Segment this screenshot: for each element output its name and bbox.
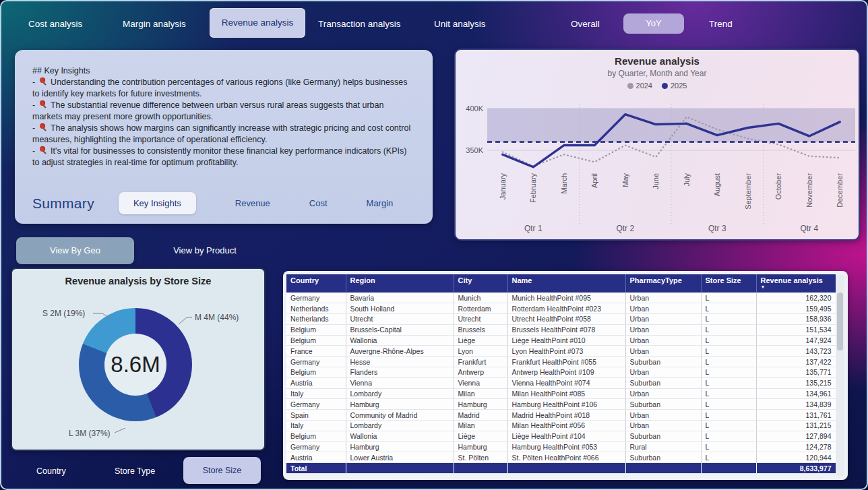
table-row[interactable]: ItalyLombardyMilanMilan HealthPoint #085… [286,388,836,399]
table-row[interactable]: BelgiumWalloniaLiègeLiège HealthPoint #1… [286,431,836,441]
table-row[interactable]: GermanyHesseFrankfurtFrankfurt HealthPoi… [286,357,836,367]
bottom-tab-store-size[interactable]: Store Size [183,457,261,484]
chart-title: Revenue analysis [456,55,859,67]
svg-text:September: September [744,173,752,210]
table-row[interactable]: AustriaViennaViennaVienna HealthPoint #0… [286,377,836,388]
donut-label-m: M 4M (44%) [195,313,239,322]
svg-text:May: May [621,173,629,187]
donut-center-total: 8.6M [111,352,160,377]
donut-label-s: S 2M (19%) [42,309,85,318]
column-header-store-size[interactable]: Store Size [701,274,756,293]
svg-text:Qtr 2: Qtr 2 [616,224,634,233]
sort-descending-icon: ▼ [761,285,832,289]
key-insights-panel: ## Key Insights - Understanding the cont… [15,50,433,224]
table-row[interactable]: AustriaLower AustriaSt. PöltenSt. Pölten… [286,452,836,463]
chart-subtitle: by Quarter, Month and Year [456,69,859,78]
table-row[interactable]: FranceAuvergne-Rhône-AlpesLyonLyon Healt… [286,346,836,357]
svg-text:February: February [529,173,537,204]
chart-legend: 20242025 [456,82,859,90]
view-overall-button[interactable]: Overall [571,19,600,29]
donut-chart-panel: Revenue analysis by Store Size 8.6M S 2M… [11,268,266,451]
svg-text:Qtr 1: Qtr 1 [524,224,542,233]
column-header-region[interactable]: Region [346,274,454,293]
column-header-city[interactable]: City [454,274,507,293]
column-header-pharmacytype[interactable]: PharmacyType [625,274,701,293]
donut-chart[interactable]: 8.6M [79,308,192,421]
svg-text:August: August [713,173,721,196]
summary-tab-margin[interactable]: Margin [367,198,394,208]
svg-text:400K: 400K [466,104,483,113]
donut-title: Revenue analysis by Store Size [12,276,264,286]
column-header-name[interactable]: Name [507,274,625,293]
insights-heading: ## Key Insights [32,66,415,75]
pushpin-icon [39,123,47,131]
table-row[interactable]: GermanyHamburgHamburgHamburg HealthPoint… [286,441,836,452]
summary-tab-revenue[interactable]: Revenue [235,198,270,208]
svg-text:October: October [774,173,782,200]
scrollbar-thumb[interactable] [837,293,843,350]
svg-text:April: April [590,173,598,188]
tab-cost-analysis[interactable]: Cost analysis [28,19,82,29]
legend-dot [627,83,633,89]
table-row[interactable]: BelgiumWalloniaLiègeLiège HealthPoint #0… [286,335,836,346]
table-scrollbar[interactable] [836,275,844,476]
tab-margin-analysis[interactable]: Margin analysis [123,19,186,29]
insight-bullet: - It's vital for businesses to consisten… [32,146,415,169]
table-row[interactable]: GermanyHamburgHamburgHamburg HealthPoint… [286,399,836,410]
table-row[interactable]: BelgiumFlandersAntwerpAntwerp HealthPoin… [286,367,836,378]
donut-hole: 8.6M [104,334,166,396]
column-header-country[interactable]: Country [286,274,346,293]
view-by-product-button[interactable]: View by Product [158,237,252,264]
revenue-table[interactable]: CountryRegionCityNamePharmacyTypeStore S… [286,274,836,474]
table-row[interactable]: NetherlandsSouth HollandRotterdamRotterd… [286,303,836,314]
svg-text:November: November [805,173,813,208]
insight-bullet: - Understanding the contribution percent… [32,77,415,100]
tab-unit-analysis[interactable]: Unit analysis [434,19,486,29]
legend-item-2024[interactable]: 2024 [627,82,652,90]
table-header-row[interactable]: CountryRegionCityNamePharmacyTypeStore S… [286,274,836,293]
table-row[interactable]: SpainCommunity of MadridMadridMadrid Hea… [286,410,836,421]
legend-item-2025[interactable]: 2025 [662,82,687,90]
summary-tab-key-insights[interactable]: Key Insights [119,192,196,214]
tab-revenue-analysis[interactable]: Revenue analysis [210,8,305,38]
svg-text:Qtr 3: Qtr 3 [708,224,726,233]
view-trend-button[interactable]: Trend [709,19,733,29]
pushpin-icon [39,78,47,86]
bottom-tab-store-type[interactable]: Store Type [115,466,155,476]
tab-transaction-analysis[interactable]: Transaction analysis [318,19,401,29]
table-row[interactable]: ItalyLombardyMilanMilan HealthPoint #056… [286,421,836,431]
insights-text: - Understanding the contribution percent… [32,77,415,169]
svg-text:July: July [683,173,691,187]
bottom-tab-country[interactable]: Country [36,466,66,476]
donut-label-l: L 3M (37%) [69,429,111,438]
svg-text:January: January [499,173,507,200]
table-total-row: Total8,633,977 [286,463,836,474]
insight-bullet: - The analysis shows how margins can sig… [32,123,415,146]
table-row[interactable]: GermanyBavariaMunichMunich HealthPoint #… [286,293,836,303]
table-row[interactable]: NetherlandsUtrechtUtrechtUtrecht HealthP… [286,314,836,325]
summary-title: Summary [32,195,94,212]
line-chart[interactable]: 350K400KJanuaryFebruaryMarchAprilMayJune… [456,91,858,235]
summary-tab-cost[interactable]: Cost [309,198,328,208]
column-header-revenue-analysis[interactable]: Revenue analysis▼ [756,274,836,293]
view-by-geo-button[interactable]: View By Geo [16,237,134,264]
revenue-line-chart-panel: Revenue analysis by Quarter, Month and Y… [454,49,860,241]
svg-text:December: December [836,173,844,208]
summary-row: Summary Key Insights Revenue Cost Margin [32,192,418,214]
revenue-table-panel: CountryRegionCityNamePharmacyTypeStore S… [283,271,848,480]
pushpin-icon [39,100,47,109]
svg-text:Qtr 4: Qtr 4 [800,224,818,233]
pushpin-icon [39,146,47,154]
dashboard-page: Cost analysis Margin analysis Revenue an… [0,0,868,490]
table-row[interactable]: BelgiumBrussels-CapitalBrusselsBrussels … [286,324,836,335]
legend-dot [662,83,668,89]
svg-text:March: March [560,173,568,194]
svg-text:350K: 350K [466,146,483,154]
view-yoy-button[interactable]: YoY [623,13,684,34]
svg-text:June: June [652,173,660,189]
insight-bullet: - The substantial revenue difference bet… [32,100,415,123]
